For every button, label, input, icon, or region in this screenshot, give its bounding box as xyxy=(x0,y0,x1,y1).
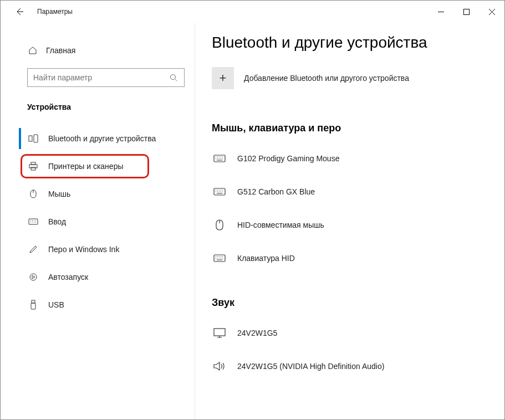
device-label: G512 Carbon GX Blue xyxy=(237,187,315,196)
sidebar-item-label: Перо и Windows Ink xyxy=(48,245,119,254)
home-label: Главная xyxy=(46,46,75,55)
plus-icon: + xyxy=(212,67,234,89)
sidebar-item-label: Автозапуск xyxy=(48,273,88,281)
sidebar-item-pen[interactable]: Перо и Windows Ink xyxy=(1,235,195,263)
keyboard-icon xyxy=(212,254,227,262)
arrow-left-icon xyxy=(15,7,24,16)
nav-list: Bluetooth и другие устройства Принтеры и… xyxy=(1,119,195,319)
keyboard-icon xyxy=(27,218,39,225)
minimize-button[interactable] xyxy=(428,1,453,23)
svg-rect-8 xyxy=(29,219,38,224)
close-icon xyxy=(489,9,495,15)
device-item[interactable]: G512 Carbon GX Blue xyxy=(212,175,488,208)
category-title: Устройства xyxy=(1,87,195,119)
section-title-audio: Звук xyxy=(212,297,488,309)
search-icon xyxy=(169,74,178,81)
window-title: Параметры xyxy=(37,8,73,16)
monitor-icon xyxy=(212,328,227,338)
main-panel: Bluetooth и другие устройства + Добавлен… xyxy=(195,23,504,419)
svg-point-9 xyxy=(30,274,37,280)
sidebar-item-label: Мышь xyxy=(48,189,70,198)
sidebar-item-autoplay[interactable]: Автозапуск xyxy=(1,263,195,291)
content-area: Главная Устройства xyxy=(1,23,504,419)
device-label: Клавиатура HID xyxy=(237,254,295,263)
keyboard-icon xyxy=(212,155,227,162)
usb-icon xyxy=(27,300,39,310)
window-controls xyxy=(428,1,504,23)
mouse-icon xyxy=(27,189,39,198)
svg-rect-11 xyxy=(31,303,35,309)
maximize-icon xyxy=(463,9,470,15)
device-item[interactable]: 24V2W1G5 (NVIDIA High Definition Audio) xyxy=(212,350,488,383)
sidebar-item-label: USB xyxy=(48,300,64,309)
device-label: 24V2W1G5 xyxy=(237,329,277,337)
keyboard-icon xyxy=(212,188,227,196)
sidebar-item-mouse[interactable]: Мышь xyxy=(1,180,195,208)
pen-icon xyxy=(27,245,39,254)
sidebar-item-label: Bluetooth и другие устройства xyxy=(48,134,156,143)
printer-icon xyxy=(27,162,39,171)
svg-rect-0 xyxy=(463,9,469,14)
device-label: HID-совместимая мышь xyxy=(237,221,324,229)
mouse-icon xyxy=(212,219,227,231)
add-device-label: Добавление Bluetooth или другого устройс… xyxy=(244,74,409,83)
device-item[interactable]: HID-совместимая мышь xyxy=(212,208,488,242)
maximize-button[interactable] xyxy=(453,1,479,23)
device-item[interactable]: Клавиатура HID xyxy=(212,242,488,275)
titlebar: Параметры xyxy=(1,1,504,23)
svg-rect-4 xyxy=(31,162,35,165)
sidebar-item-bluetooth[interactable]: Bluetooth и другие устройства xyxy=(1,125,195,152)
search-box[interactable] xyxy=(27,68,185,87)
sidebar-item-label: Принтеры и сканеры xyxy=(48,162,123,171)
speaker-icon xyxy=(212,361,227,371)
sidebar: Главная Устройства xyxy=(1,23,195,419)
sidebar-item-printers[interactable]: Принтеры и сканеры xyxy=(1,152,195,180)
section-title-input-devices: Мышь, клавиатура и перо xyxy=(212,122,488,134)
sidebar-home[interactable]: Главная xyxy=(1,40,195,60)
close-button[interactable] xyxy=(479,1,504,23)
autoplay-icon xyxy=(27,273,39,281)
svg-rect-16 xyxy=(214,329,225,336)
device-label: G102 Prodigy Gaming Mouse xyxy=(237,154,339,163)
settings-window: Параметры Главная xyxy=(0,0,505,420)
svg-point-1 xyxy=(171,75,176,80)
device-item[interactable]: 24V2W1G5 xyxy=(212,316,488,350)
device-item[interactable]: G102 Prodigy Gaming Mouse xyxy=(212,142,488,175)
svg-rect-3 xyxy=(34,135,38,142)
minimize-icon xyxy=(438,9,444,15)
page-title: Bluetooth и другие устройства xyxy=(212,34,488,52)
sidebar-item-label: Ввод xyxy=(48,217,66,226)
add-device-button[interactable]: + Добавление Bluetooth или другого устро… xyxy=(212,67,488,89)
svg-rect-10 xyxy=(32,300,35,303)
svg-rect-2 xyxy=(29,136,32,141)
back-button[interactable] xyxy=(12,4,27,19)
search-input[interactable] xyxy=(33,73,169,82)
device-label: 24V2W1G5 (NVIDIA High Definition Audio) xyxy=(237,362,384,371)
sidebar-item-usb[interactable]: USB xyxy=(1,291,195,319)
home-icon xyxy=(27,46,38,55)
bluetooth-devices-icon xyxy=(27,134,39,143)
sidebar-item-typing[interactable]: Ввод xyxy=(1,208,195,235)
